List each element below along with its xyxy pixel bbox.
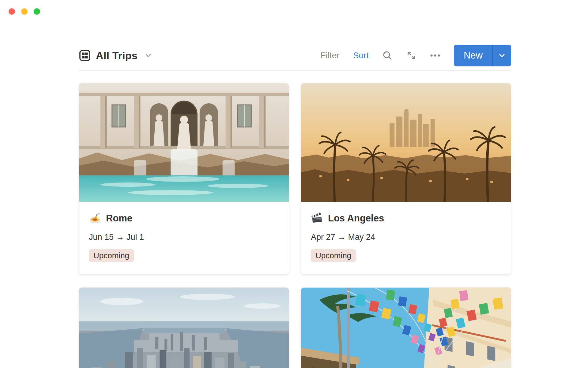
close-window-button[interactable] (9, 8, 15, 15)
card-body: Rome Jun 15 → Jul 1 Upcoming (79, 202, 289, 274)
new-york-cover-image (79, 288, 289, 368)
trip-card-new-york[interactable] (79, 287, 289, 368)
trip-card-rome[interactable]: Rome Jun 15 → Jul 1 Upcoming (79, 83, 289, 274)
rome-cover-image (79, 83, 289, 202)
los-angeles-cover-image (301, 83, 511, 202)
trip-card-grid: Rome Jun 15 → Jul 1 Upcoming (79, 83, 511, 368)
card-body: Los Angeles Apr 27 → May 24 Upcoming (301, 202, 511, 274)
card-title: Rome (106, 213, 132, 224)
new-dropdown-button[interactable] (493, 45, 511, 66)
expand-diagonal-icon[interactable] (406, 50, 417, 61)
chevron-down-icon[interactable] (144, 52, 152, 59)
card-title-row: Rome (89, 212, 279, 224)
view-title-group[interactable]: All Trips (79, 49, 152, 62)
page-title: All Trips (96, 50, 138, 62)
view-header: All Trips Filter Sort (79, 45, 511, 66)
gallery-grid-icon (79, 49, 91, 62)
spaghetti-icon (89, 212, 101, 224)
minimize-window-button[interactable] (21, 8, 28, 15)
new-button[interactable]: New (454, 45, 492, 66)
window-controls (9, 8, 40, 15)
chevron-down-icon (498, 52, 506, 59)
card-title: Los Angeles (328, 213, 384, 224)
card-dates: Apr 27 → May 24 (311, 232, 501, 242)
view-toolbar: Filter Sort (320, 45, 511, 66)
filter-button[interactable]: Filter (320, 51, 339, 60)
ellipsis-icon[interactable] (430, 50, 440, 61)
trip-card-market[interactable] (301, 287, 511, 368)
trip-card-los-angeles[interactable]: Los Angeles Apr 27 → May 24 Upcoming (301, 83, 511, 274)
status-badge: Upcoming (311, 249, 356, 262)
search-icon[interactable] (382, 50, 393, 61)
clapper-board-icon (311, 212, 323, 224)
header-divider (79, 70, 511, 71)
market-cover-image (301, 288, 511, 368)
status-badge: Upcoming (89, 249, 134, 262)
sort-button[interactable]: Sort (353, 51, 369, 60)
gallery-view: All Trips Filter Sort (79, 45, 511, 368)
maximize-window-button[interactable] (34, 8, 40, 15)
card-dates: Jun 15 → Jul 1 (89, 232, 279, 242)
new-button-group: New (454, 45, 511, 66)
card-title-row: Los Angeles (311, 212, 501, 224)
